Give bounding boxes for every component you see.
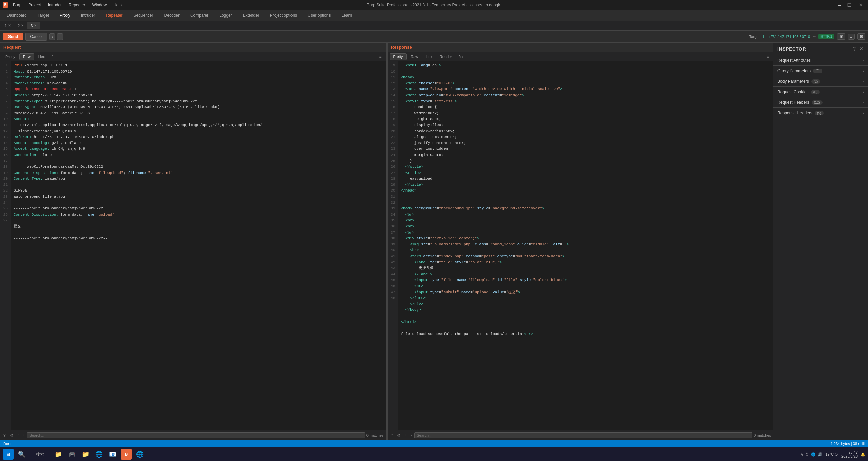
target-url: http://61.147.171.105:60710 (763, 35, 810, 39)
request-fmt-hex[interactable]: Hex (35, 54, 49, 60)
inspector-section-request-cookies-header[interactable]: Request Cookies (0) › (773, 87, 868, 97)
inspector-close-icon[interactable]: ✕ (858, 45, 864, 52)
response-fmt-hex[interactable]: Hex (422, 54, 436, 60)
tab-intruder[interactable]: Intruder (76, 11, 100, 20)
menu-repeater[interactable]: Repeater (66, 2, 88, 8)
repeater-tab-1[interactable]: 1 ✕ (1, 22, 14, 29)
view-toggle-2[interactable]: ≡ (848, 34, 855, 40)
tab-project-options[interactable]: Project options (265, 11, 302, 20)
repeater-tab-1-close[interactable]: ✕ (8, 24, 11, 27)
request-fmt-newline[interactable]: \n (49, 54, 59, 60)
response-help-icon[interactable]: ? (390, 432, 395, 438)
app-logo: B (3, 2, 8, 8)
response-fmt-render[interactable]: Render (436, 54, 455, 60)
inspector-section-body-params-badge: (2) (811, 79, 820, 84)
request-fmt-raw[interactable]: Raw (19, 53, 34, 60)
taskbar-folder-icon[interactable]: 📁 (80, 449, 91, 460)
response-fmt-pretty[interactable]: Pretty (390, 53, 407, 60)
response-match-count: 0 matches (754, 433, 771, 437)
taskbar-burp-icon[interactable]: B (121, 449, 132, 460)
tab-logger[interactable]: Logger (214, 11, 237, 20)
response-fmt-raw[interactable]: Raw (407, 54, 421, 60)
status-bar: Done 1,234 bytes | 38 milli (0, 440, 868, 447)
repeater-tab-3[interactable]: 3 ✕ (27, 22, 40, 29)
response-fmt-newline[interactable]: \n (456, 54, 466, 60)
repeater-tab-new[interactable]: ... (40, 22, 50, 29)
request-fmt-pretty[interactable]: Pretty (2, 54, 19, 60)
response-settings-icon[interactable]: ⚙ (396, 432, 402, 438)
clock-date: 2023/5/23 (841, 454, 858, 458)
back-button[interactable]: ‹ (49, 33, 55, 40)
inspector-section-request-cookies-arrow: › (863, 90, 864, 94)
inspector-help-icon[interactable]: ? (852, 45, 856, 52)
taskbar-mail-icon[interactable]: 📧 (107, 449, 118, 460)
inspector-section-body-params-header[interactable]: Body Parameters (2) › (773, 76, 868, 86)
response-code-area[interactable]: 910111213 1415161718 1920212223 24252627… (388, 61, 773, 430)
request-search-input[interactable] (27, 432, 365, 438)
tab-user-options[interactable]: User options (302, 11, 336, 20)
menu-intruder[interactable]: Intruder (45, 2, 64, 8)
request-line-numbers: 12345 678910 1112131415 1617181920 21222… (0, 61, 11, 430)
close-button[interactable]: ✕ (856, 2, 865, 8)
edit-target-icon[interactable]: ✏ (813, 34, 816, 39)
menu-project[interactable]: Project (25, 2, 43, 8)
response-search-next[interactable]: › (409, 432, 413, 438)
tray-up-icon[interactable]: ∧ (800, 452, 803, 457)
request-search-prev[interactable]: ‹ (16, 432, 20, 438)
request-code-area[interactable]: 12345 678910 1112131415 1617181920 21222… (0, 61, 386, 430)
taskbar-search-label[interactable]: 搜索 (30, 449, 50, 460)
search-taskbar-icon[interactable]: 🔍 (16, 449, 27, 460)
tab-decoder[interactable]: Decoder (159, 11, 185, 20)
inspector-section-request-attributes-arrow: › (863, 59, 864, 62)
inspector-panel: INSPECTOR ? ✕ Request Attributes › Query… (773, 43, 868, 440)
minimize-button[interactable]: – (835, 2, 843, 8)
tab-learn[interactable]: Learn (336, 11, 357, 20)
status-right: 1,234 bytes | 38 milli (831, 442, 865, 446)
tab-extender[interactable]: Extender (238, 11, 265, 20)
menu-window[interactable]: Window (89, 2, 109, 8)
repeater-tab-2[interactable]: 2 ✕ (14, 22, 27, 29)
taskbar-game-icon[interactable]: 🎮 (67, 449, 77, 460)
response-fmt-menu[interactable]: ≡ (765, 54, 771, 60)
view-toggle-1[interactable]: ▣ (837, 33, 845, 40)
response-search-input[interactable] (414, 432, 752, 438)
inspector-section-response-headers-header[interactable]: Response Headers (5) › (773, 108, 868, 118)
request-search-next[interactable]: › (22, 432, 26, 438)
repeater-tab-3-close[interactable]: ✕ (34, 24, 37, 27)
repeater-tab-3-label: 3 (31, 24, 33, 28)
menu-burp[interactable]: Burp (10, 2, 24, 8)
notification-icon[interactable]: 🔔 (861, 452, 865, 457)
network-icon[interactable]: 🌐 (811, 452, 816, 457)
tab-repeater[interactable]: Repeater (100, 11, 128, 20)
cancel-button[interactable]: Cancel (25, 33, 47, 41)
inspector-section-request-attributes-header[interactable]: Request Attributes › (773, 55, 868, 65)
volume-icon[interactable]: 🔊 (818, 452, 823, 457)
send-button[interactable]: Send (3, 33, 23, 40)
inspector-section-query-params-header[interactable]: Query Parameters (0) › (773, 66, 868, 76)
menu-help[interactable]: Help (111, 2, 125, 8)
taskbar-file-explorer-icon[interactable]: 📁 (53, 449, 64, 460)
response-code-content[interactable]: <html lang= en > <head> <meta charset="U… (398, 61, 773, 430)
keyboard-icon[interactable]: 英 (805, 452, 809, 457)
start-button[interactable]: ⊞ (3, 449, 14, 460)
taskbar-chrome-icon[interactable]: 🌐 (134, 449, 145, 460)
inspector-section-body-params-arrow: › (863, 80, 864, 83)
tab-dashboard[interactable]: Dashboard (1, 11, 32, 20)
view-toggle-3[interactable]: ⊞ (857, 33, 865, 40)
inspector-section-query-params-badge: (0) (813, 69, 822, 73)
request-settings-icon[interactable]: ⚙ (8, 432, 15, 438)
repeater-tab-1-label: 1 (5, 24, 7, 28)
tab-target[interactable]: Target (32, 11, 54, 20)
request-fmt-menu[interactable]: ≡ (377, 54, 383, 60)
maximize-button[interactable]: ❐ (845, 2, 854, 8)
response-search-prev[interactable]: ‹ (403, 432, 408, 438)
tab-comparer[interactable]: Comparer (185, 11, 214, 20)
request-help-icon[interactable]: ? (2, 432, 7, 438)
tab-proxy[interactable]: Proxy (54, 11, 76, 20)
taskbar-browser-icon[interactable]: 🌐 (94, 449, 105, 460)
tab-sequencer[interactable]: Sequencer (128, 11, 159, 20)
repeater-tab-2-close[interactable]: ✕ (21, 24, 24, 27)
inspector-section-request-headers-header[interactable]: Request Headers (12) › (773, 97, 868, 107)
forward-button[interactable]: › (57, 33, 63, 40)
request-code-content[interactable]: POST /index.php HTTP/1.1 Host: 61.147.17… (11, 61, 386, 430)
